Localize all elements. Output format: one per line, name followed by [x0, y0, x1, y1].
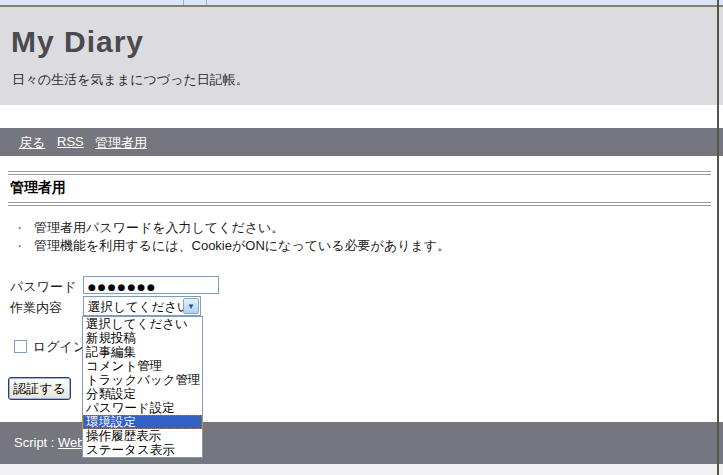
- task-dropdown-list: 選択してください 新規投稿 記事編集 コメント管理 トラックバック管理 分類設定…: [82, 316, 203, 458]
- admin-login-page: My Diary 日々の生活を気ままにつづった日記帳。 戻る RSS 管理者用 …: [0, 0, 723, 475]
- bottom-strip: [0, 464, 723, 475]
- section-heading: 管理者用: [10, 179, 66, 197]
- bullet-glyph: ・: [14, 222, 25, 234]
- nav-link-back[interactable]: 戻る: [19, 134, 45, 152]
- note-item: ・管理者用パスワードを入力してください。: [14, 219, 284, 237]
- note-text: 管理者用パスワードを入力してください。: [34, 220, 284, 235]
- dropdown-option[interactable]: パスワード設定: [83, 401, 202, 415]
- dropdown-option[interactable]: 操作履歴表示: [83, 429, 202, 443]
- note-text: 管理機能を利用するには、CookieがONになっている必要があります。: [34, 238, 450, 253]
- dropdown-option[interactable]: ステータス表示: [83, 443, 202, 457]
- task-label: 作業内容: [10, 299, 62, 317]
- dropdown-option-highlighted[interactable]: 環境設定: [83, 415, 202, 429]
- footer-script-link[interactable]: Web: [58, 435, 85, 450]
- heading-rule-top: [8, 171, 711, 175]
- dropdown-option[interactable]: トラックバック管理: [83, 373, 202, 387]
- nav-bar: 戻る RSS 管理者用: [0, 128, 723, 156]
- dropdown-option[interactable]: 記事編集: [83, 345, 202, 359]
- dropdown-option[interactable]: 新規投稿: [83, 331, 202, 345]
- footer-credit: Script : Web: [14, 435, 85, 450]
- heading-rule-bottom: [8, 202, 711, 206]
- login-checkbox[interactable]: [14, 340, 27, 353]
- site-title: My Diary: [11, 25, 144, 59]
- note-item: ・管理機能を利用するには、CookieがONになっている必要があります。: [14, 237, 450, 255]
- nav-link-admin[interactable]: 管理者用: [95, 134, 147, 152]
- site-subtitle: 日々の生活を気ままにつづった日記帳。: [12, 71, 249, 89]
- task-select-value: 選択してください: [88, 299, 190, 316]
- page-header: My Diary 日々の生活を気ままにつづった日記帳。: [0, 7, 723, 105]
- task-select[interactable]: 選択してください ▼: [83, 296, 201, 316]
- login-checkbox-label: ログイン: [33, 338, 86, 356]
- nav-link-rss[interactable]: RSS: [57, 134, 84, 149]
- dropdown-option[interactable]: 選択してください: [83, 317, 202, 331]
- chevron-down-icon[interactable]: ▼: [183, 298, 199, 314]
- password-input[interactable]: [83, 276, 219, 294]
- window-right-border: [717, 0, 719, 475]
- bullet-glyph: ・: [14, 240, 25, 252]
- dropdown-option[interactable]: 分類設定: [83, 387, 202, 401]
- authenticate-button[interactable]: 認証する: [8, 377, 71, 400]
- footer-prefix: Script :: [14, 435, 58, 450]
- password-label: パスワード: [10, 278, 76, 296]
- dropdown-option[interactable]: コメント管理: [83, 359, 202, 373]
